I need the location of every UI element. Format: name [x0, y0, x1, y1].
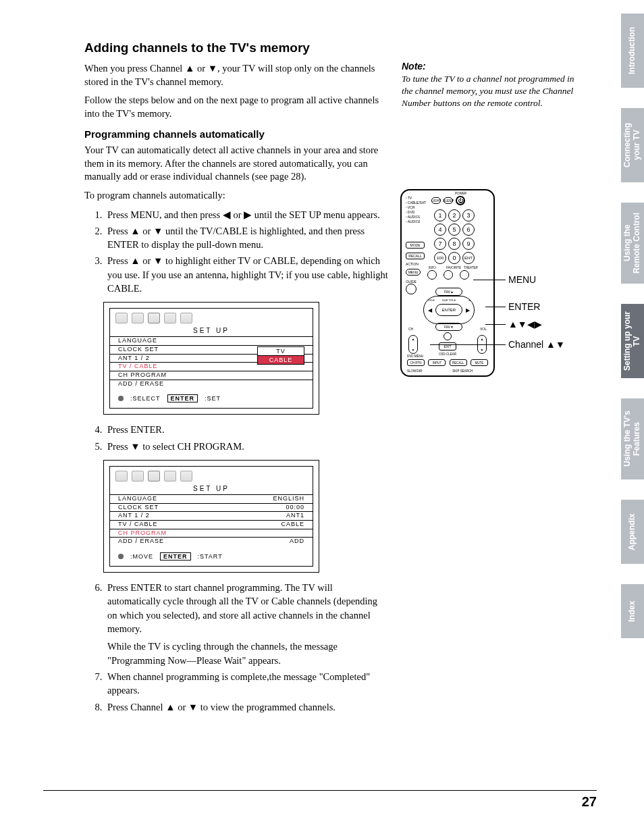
osd-tab-icon	[148, 471, 160, 481]
callout-channel: Channel ▲▼	[508, 339, 565, 350]
remote-recall-button: RECALL	[406, 253, 425, 259]
remote-menu-button: MENU	[406, 269, 421, 276]
remote-bottom-button: RECALL	[450, 359, 467, 366]
dpad-icon	[118, 396, 124, 401]
osd-tab-icon	[132, 471, 144, 481]
remote-bottom-button: MUTE	[471, 359, 488, 366]
remote-theater-label: THEATER	[464, 266, 478, 269]
osd-foot-b: :START	[198, 553, 223, 560]
osd-title: SET UP	[110, 326, 313, 336]
remote-num-6: 6	[462, 224, 475, 236]
remote-num-8: 8	[448, 238, 460, 250]
auto-para-2: To program channels automatically:	[84, 189, 388, 203]
section-tab[interactable]: Using the Remote Control	[621, 203, 644, 284]
dpad-icon	[118, 554, 124, 559]
remote-diagram: TVCABLE/SATVCRDVDAUDIO1AUDIO2 LIGHT SLEE…	[400, 189, 610, 405]
subheading: Programming channels automatically	[84, 128, 388, 140]
page-heading: Adding channels to the TV's memory	[84, 41, 388, 55]
dvd-menu-label: DVD MENU	[407, 355, 423, 358]
remote-num-5: 5	[448, 224, 460, 236]
remote-sleep-button: SLEEP	[444, 197, 453, 204]
section-tab[interactable]: Using the TV's Features	[621, 398, 644, 479]
steps-list-4-5: Press ENTER.Press ▼ to select CH PROGRAM…	[105, 423, 388, 453]
ch-label: CH	[408, 327, 413, 331]
osd-row: ANT 1 / 2ANT1	[110, 511, 313, 520]
remote-light-button: LIGHT	[431, 197, 441, 204]
auto-para-1: Your TV can automatically detect all act…	[84, 144, 388, 184]
osd-tab-icon	[115, 313, 128, 323]
remote-enter-button: ENTER	[435, 304, 462, 316]
osd-foot-enter: ENTER	[160, 552, 191, 561]
remote-num-2: 2	[448, 209, 460, 221]
remote-bottom-button: CH RTN	[407, 359, 425, 366]
osd-clear-label: OSD CLEAR	[439, 353, 456, 356]
osd-row: TV / CABLECABLE	[110, 520, 313, 529]
step-item: Press ENTER to start channel programming…	[105, 581, 388, 667]
osd-title: SET UP	[110, 484, 313, 494]
osd-foot-a: :SELECT	[130, 395, 161, 402]
remote-channel-rocker: ▲▼	[408, 335, 418, 354]
remote-fav-down: FAV▼	[435, 323, 462, 331]
osd-row: LANGUAGE	[110, 336, 313, 345]
osd-row: ADD / ERASEADD	[110, 537, 313, 546]
remote-bottom-button: INPUT	[428, 359, 446, 366]
remote-theater-button	[460, 270, 469, 280]
remote-num-0: 0	[448, 252, 460, 264]
remote-left-arrow: ◀	[428, 307, 432, 313]
callout-menu: MENU	[508, 274, 536, 285]
callout-enter: ENTER	[508, 301, 540, 312]
step-item: Press ▲ or ▼ to highlight either TV or C…	[105, 254, 388, 295]
step-item: When channel programming is complete,the…	[105, 670, 388, 698]
steps-list-6-8: Press ENTER to start channel programming…	[105, 581, 388, 714]
osd-tab-icon	[164, 313, 176, 323]
remote-fav-up: FAV▲	[435, 288, 462, 296]
remote-num-1: 1	[434, 209, 446, 221]
steps-list-1-3: Press MENU, and then press ◀ or ▶ until …	[105, 208, 388, 296]
osd-screenshot-1: SET UP LANGUAGECLOCK SETANT 1 / 2TV / CA…	[103, 302, 319, 415]
remote-info-label: INFO	[429, 266, 436, 269]
osd-foot-enter: ENTER	[167, 394, 198, 402]
section-tab[interactable]: Appendix	[621, 500, 644, 564]
remote-mode-button: MODE	[406, 242, 425, 249]
remote-action-label: ACTION	[406, 262, 419, 266]
remote-exit-button: EXIT	[439, 342, 456, 350]
section-tabs: IntroductionConnecting your TVUsing the …	[621, 14, 644, 658]
section-tab[interactable]: Index	[621, 584, 644, 638]
section-tab[interactable]: Connecting your TV	[621, 108, 644, 182]
remote-num-4: 4	[434, 224, 446, 236]
osd-row: ADD / ERASE	[110, 380, 313, 388]
remote-right-arrow: ▶	[466, 307, 470, 313]
vol-label: VOL	[480, 327, 487, 331]
osd-tab-icon	[132, 313, 144, 323]
intro-para-2: Follow the steps below and on the next p…	[84, 94, 388, 120]
osd-row: CH PROGRAM	[110, 529, 313, 538]
remote-num-100: 100	[434, 252, 446, 264]
osd-screenshot-2: SET UP LANGUAGEENGLISHCLOCK SET00:00ANT …	[103, 460, 319, 573]
section-tab[interactable]: Introduction	[621, 14, 644, 88]
remote-mute-button	[444, 332, 452, 340]
osd-dropdown: TVCABLE	[257, 346, 304, 365]
note-heading: Note:	[402, 61, 577, 72]
intro-para-1: When you press Channel ▲ or ▼, your TV w…	[84, 62, 388, 88]
remote-num-7: 7	[434, 238, 446, 250]
note-body: To tune the TV to a channel not programm…	[402, 73, 577, 110]
remote-fav-label: FAVORITE	[446, 266, 461, 269]
step-item: Press ▼ to select CH PROGRAM.	[105, 440, 388, 453]
osd-tab-icon	[180, 471, 192, 481]
osd-row: LANGUAGEENGLISH	[110, 494, 313, 503]
page-number: 27	[582, 794, 597, 810]
osd-tab-icon	[115, 471, 128, 481]
step-item: Press Channel ▲ or ▼ to view the program…	[105, 700, 388, 714]
osd-foot-b: :SET	[205, 395, 221, 402]
remote-info-button	[427, 270, 437, 280]
osd-tab-icon	[180, 313, 192, 323]
section-tab[interactable]: Setting up your TV	[621, 304, 644, 378]
remote-num-3: 3	[462, 209, 475, 221]
remote-num-9: 9	[462, 238, 475, 250]
osd-row: CH PROGRAM	[110, 371, 313, 380]
remote-num-ENT: ENT	[462, 252, 475, 264]
step-item: Press MENU, and then press ◀ or ▶ until …	[105, 208, 388, 221]
remote-guide-button: GUIDE	[406, 280, 417, 294]
step-item: Press ENTER.	[105, 423, 388, 436]
osd-tab-icon	[148, 313, 160, 323]
